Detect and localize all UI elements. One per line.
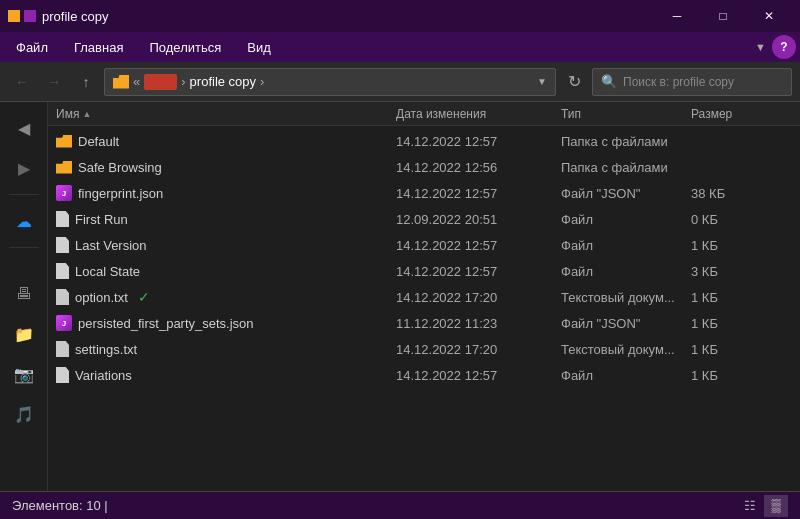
cell-size: 3 КБ xyxy=(691,264,771,279)
col-header-size[interactable]: Размер xyxy=(691,107,771,121)
cell-type: Текстовый докум... xyxy=(561,342,691,357)
main-area: ◀ ▶ ☁ 🖶 📁 📷 🎵 Имя ▲ Дата изменения Тип Р… xyxy=(0,102,800,491)
menu-file[interactable]: Файл xyxy=(4,36,60,59)
sidebar-arrow-left[interactable]: ◀ xyxy=(6,110,42,146)
folder-icon xyxy=(56,135,72,148)
table-row[interactable]: Default 14.12.2022 12:57 Папка с файлами xyxy=(48,128,800,154)
menu-home[interactable]: Главная xyxy=(62,36,135,59)
file-icon xyxy=(56,263,69,279)
sidebar-cloud-icon[interactable]: ☁ xyxy=(6,203,42,239)
up-button[interactable]: ↑ xyxy=(72,68,100,96)
path-folder-icon xyxy=(113,75,129,89)
back-button[interactable]: ← xyxy=(8,68,36,96)
menu-view[interactable]: Вид xyxy=(235,36,283,59)
json-icon: J xyxy=(56,315,72,331)
sidebar-folder-icon[interactable]: 📁 xyxy=(6,316,42,352)
title-bar: profile copy ─ □ ✕ xyxy=(0,0,800,32)
file-name: Default xyxy=(78,134,119,149)
sidebar-divider2 xyxy=(9,247,39,248)
table-row[interactable]: Safe Browsing 14.12.2022 12:56 Папка с ф… xyxy=(48,154,800,180)
cell-date: 14.12.2022 12:57 xyxy=(396,186,561,201)
menu-bar-right: ▼ ? xyxy=(755,35,796,59)
refresh-button[interactable]: ↻ xyxy=(560,68,588,96)
column-headers: Имя ▲ Дата изменения Тип Размер xyxy=(48,102,800,126)
txt-icon xyxy=(56,289,69,305)
cell-name: Variations xyxy=(56,367,396,383)
file-list: Default 14.12.2022 12:57 Папка с файлами… xyxy=(48,126,800,491)
view-details-icon[interactable]: ☷ xyxy=(738,495,762,517)
cell-date: 14.12.2022 12:57 xyxy=(396,134,561,149)
window-controls: ─ □ ✕ xyxy=(654,0,792,32)
file-name: Variations xyxy=(75,368,132,383)
table-row[interactable]: settings.txt 14.12.2022 17:20 Текстовый … xyxy=(48,336,800,362)
cell-type: Файл "JSON" xyxy=(561,186,691,201)
path-separator2: › xyxy=(181,74,185,89)
cell-size: 1 КБ xyxy=(691,238,771,253)
cell-size: 38 КБ xyxy=(691,186,771,201)
sidebar-arrow-right[interactable]: ▶ xyxy=(6,150,42,186)
search-box[interactable]: 🔍 Поиск в: profile copy xyxy=(592,68,792,96)
sidebar-music-icon[interactable]: 🎵 xyxy=(6,396,42,432)
file-area: Имя ▲ Дата изменения Тип Размер Default … xyxy=(48,102,800,491)
app-icon-square xyxy=(8,10,20,22)
address-path[interactable]: « ██ › profile copy › ▼ xyxy=(104,68,556,96)
table-row[interactable]: J persisted_first_party_sets.json 11.12.… xyxy=(48,310,800,336)
cell-type: Папка с файлами xyxy=(561,134,691,149)
txt-icon xyxy=(56,341,69,357)
cell-size: 1 КБ xyxy=(691,316,771,331)
table-row[interactable]: First Run 12.09.2022 20:51 Файл 0 КБ xyxy=(48,206,800,232)
cell-name: Local State xyxy=(56,263,396,279)
menu-bar: Файл Главная Поделиться Вид ▼ ? xyxy=(0,32,800,62)
cell-name: J persisted_first_party_sets.json xyxy=(56,315,396,331)
close-button[interactable]: ✕ xyxy=(746,0,792,32)
sidebar: ◀ ▶ ☁ 🖶 📁 📷 🎵 xyxy=(0,102,48,491)
cell-date: 11.12.2022 11:23 xyxy=(396,316,561,331)
cell-name: Safe Browsing xyxy=(56,160,396,175)
cell-date: 14.12.2022 12:57 xyxy=(396,238,561,253)
app-icon-square2 xyxy=(24,10,36,22)
table-row[interactable]: Variations 14.12.2022 12:57 Файл 1 КБ xyxy=(48,362,800,388)
status-separator: | xyxy=(104,498,107,513)
cell-type: Текстовый докум... xyxy=(561,290,691,305)
sidebar-desktop-icon[interactable]: 🖶 xyxy=(6,276,42,312)
col-header-name[interactable]: Имя ▲ xyxy=(56,107,396,121)
forward-button[interactable]: → xyxy=(40,68,68,96)
ribbon-toggle[interactable]: ▼ xyxy=(755,41,766,53)
file-name: First Run xyxy=(75,212,128,227)
file-icon xyxy=(56,367,69,383)
cell-name: Default xyxy=(56,134,396,149)
maximize-button[interactable]: □ xyxy=(700,0,746,32)
cell-date: 12.09.2022 20:51 xyxy=(396,212,561,227)
col-header-date[interactable]: Дата изменения xyxy=(396,107,561,121)
title-icon xyxy=(8,10,36,22)
cell-type: Файл xyxy=(561,368,691,383)
json-icon: J xyxy=(56,185,72,201)
search-placeholder: Поиск в: profile copy xyxy=(623,75,734,89)
table-row[interactable]: option.txt ✓ 14.12.2022 17:20 Текстовый … xyxy=(48,284,800,310)
cell-size: 0 КБ xyxy=(691,212,771,227)
file-name: Last Version xyxy=(75,238,147,253)
table-row[interactable]: J fingerprint.json 14.12.2022 12:57 Файл… xyxy=(48,180,800,206)
cell-name: First Run xyxy=(56,211,396,227)
path-folder-name: profile copy xyxy=(190,74,256,89)
minimize-button[interactable]: ─ xyxy=(654,0,700,32)
table-row[interactable]: Local State 14.12.2022 12:57 Файл 3 КБ xyxy=(48,258,800,284)
cell-date: 14.12.2022 12:57 xyxy=(396,264,561,279)
cell-size: 1 КБ xyxy=(691,368,771,383)
help-button[interactable]: ? xyxy=(772,35,796,59)
table-row[interactable]: Last Version 14.12.2022 12:57 Файл 1 КБ xyxy=(48,232,800,258)
cell-size: 1 КБ xyxy=(691,342,771,357)
menu-share[interactable]: Поделиться xyxy=(137,36,233,59)
window-title: profile copy xyxy=(42,9,108,24)
view-large-icon[interactable]: ▒ xyxy=(764,495,788,517)
cell-type: Файл "JSON" xyxy=(561,316,691,331)
path-dropdown[interactable]: ▼ xyxy=(537,76,547,87)
file-name: settings.txt xyxy=(75,342,137,357)
status-count-text: Элементов: 10 xyxy=(12,498,101,513)
file-name: fingerprint.json xyxy=(78,186,163,201)
cell-name: settings.txt xyxy=(56,341,396,357)
address-bar: ← → ↑ « ██ › profile copy › ▼ ↻ 🔍 Поиск … xyxy=(0,62,800,102)
sidebar-image-icon[interactable]: 📷 xyxy=(6,356,42,392)
col-header-type[interactable]: Тип xyxy=(561,107,691,121)
cell-date: 14.12.2022 12:56 xyxy=(396,160,561,175)
